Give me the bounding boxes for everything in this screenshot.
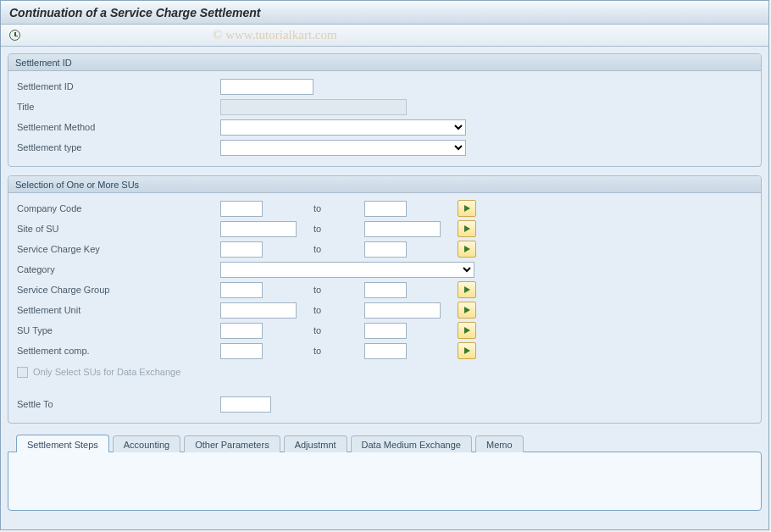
multiple-selection-button[interactable] [458, 342, 476, 359]
range-row: Site of SUto [17, 219, 752, 239]
to-label: to [313, 346, 364, 356]
only-sus-label: Only Select SUs for Data Exchange [33, 367, 187, 377]
range-row: Settlement comp.to [17, 341, 752, 361]
group-su-selection: Selection of One or More SUs Company Cod… [8, 175, 762, 424]
sel2-from-3[interactable] [220, 343, 263, 359]
to-label: to [313, 203, 364, 213]
tab-data-medium-exchange[interactable]: Data Medium Exchange [351, 435, 472, 452]
group-header-selection: Selection of One or More SUs [8, 176, 761, 193]
sel2-from-2[interactable] [220, 323, 263, 339]
range-row: Settlement Unitto [17, 300, 752, 320]
tab-settlement-steps[interactable]: Settlement Steps [16, 435, 109, 452]
page-title: Continuation of a Service Charge Settlem… [9, 6, 260, 19]
content-area: Settlement ID Settlement ID Title Settle… [1, 47, 768, 529]
title-field [220, 99, 407, 115]
settlement-type-select[interactable] [220, 140, 466, 156]
multiple-selection-button[interactable] [458, 302, 476, 319]
title-field-label: Title [17, 102, 220, 112]
to-label: to [313, 224, 364, 234]
arrow-right-icon [464, 246, 470, 252]
sel2-from-0[interactable] [220, 282, 263, 298]
app-window: Continuation of a Service Charge Settlem… [0, 0, 769, 530]
sel1-label-2: Service Charge Key [17, 244, 220, 254]
sel2-to-3[interactable] [364, 343, 407, 359]
sel1-to-0[interactable] [364, 201, 407, 217]
multiple-selection-button[interactable] [458, 241, 476, 258]
category-select[interactable] [220, 262, 474, 278]
tab-content [8, 452, 762, 511]
sel1-to-1[interactable] [364, 221, 441, 237]
settlement-method-select[interactable] [220, 119, 466, 136]
to-label: to [313, 244, 364, 254]
tab-adjustmnt[interactable]: Adjustmnt [284, 435, 347, 452]
range-row: Service Charge Keyto [17, 239, 752, 259]
multiple-selection-button[interactable] [458, 281, 476, 298]
only-sus-checkbox [17, 367, 28, 378]
sel1-to-2[interactable] [364, 241, 407, 258]
arrow-right-icon [464, 307, 470, 313]
sel2-label-0: Service Charge Group [17, 285, 220, 295]
sel1-from-0[interactable] [220, 201, 263, 217]
sel2-from-1[interactable] [220, 302, 297, 319]
settle-to-label: Settle To [17, 399, 220, 409]
sel2-to-2[interactable] [364, 323, 407, 339]
sel1-from-2[interactable] [220, 241, 263, 258]
clock-icon [9, 30, 20, 41]
tabstrip-container: Settlement StepsAccountingOther Paramete… [8, 432, 762, 511]
arrow-right-icon [464, 205, 470, 212]
execute-button[interactable] [6, 27, 23, 44]
settlement-id-label: Settlement ID [17, 81, 220, 91]
settlement-type-label: Settlement type [17, 142, 220, 152]
sel1-label-0: Company Code [17, 203, 220, 213]
multiple-selection-button[interactable] [458, 200, 476, 217]
to-label: to [313, 305, 364, 315]
sel2-to-0[interactable] [364, 282, 407, 298]
multiple-selection-button[interactable] [458, 220, 476, 237]
arrow-right-icon [464, 225, 470, 232]
tabstrip: Settlement StepsAccountingOther Paramete… [8, 432, 762, 452]
tab-other-parameters[interactable]: Other Parameters [184, 435, 280, 452]
to-label: to [313, 285, 364, 295]
multiple-selection-button[interactable] [458, 322, 476, 339]
range-row: SU Typeto [17, 320, 752, 341]
range-row: Company Codeto [17, 198, 752, 219]
arrow-right-icon [464, 286, 470, 293]
sel2-label-1: Settlement Unit [17, 305, 220, 315]
sel2-label-2: SU Type [17, 325, 220, 335]
settlement-id-input[interactable] [220, 79, 313, 95]
app-toolbar [1, 25, 768, 47]
group-settlement-id: Settlement ID Settlement ID Title Settle… [8, 53, 762, 167]
to-label: to [313, 325, 364, 335]
tab-accounting[interactable]: Accounting [113, 435, 180, 452]
sel2-to-1[interactable] [364, 302, 441, 319]
range-row: Service Charge Groupto [17, 280, 752, 300]
arrow-right-icon [464, 327, 470, 334]
tab-memo[interactable]: Memo [475, 435, 524, 452]
sel2-label-3: Settlement comp. [17, 346, 220, 356]
group-header-settlement: Settlement ID [8, 54, 761, 71]
sel1-from-1[interactable] [220, 221, 297, 237]
arrow-right-icon [464, 347, 470, 354]
category-label: Category [17, 264, 220, 274]
settlement-method-label: Settlement Method [17, 122, 220, 132]
titlebar: Continuation of a Service Charge Settlem… [1, 1, 768, 25]
settle-to-input[interactable] [220, 396, 271, 413]
sel1-label-1: Site of SU [17, 224, 220, 234]
